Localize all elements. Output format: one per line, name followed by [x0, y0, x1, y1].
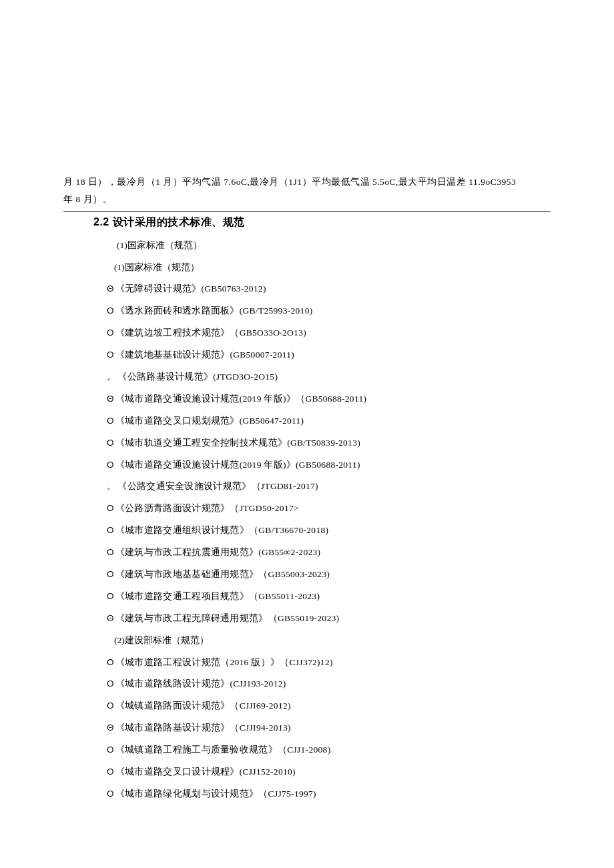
section-title: 2.2 设计采用的技术标准、规范 [93, 215, 551, 230]
list-item-text: 《城市道路交通设施设计规范(2019 年版)》（GB50688-2011) [115, 394, 366, 404]
list-item-text: 《公路沥青路面设计规范》（JTGD50-2017> [115, 503, 299, 513]
bullet-icon: O [107, 415, 114, 428]
list-item-text: 《城市道路路基设计规范》（CJJI94-2013) [115, 723, 291, 733]
bullet-icon: O [107, 678, 114, 691]
list-item: O《公路沥青路面设计规范》（JTGD50-2017> [107, 502, 551, 515]
bullet-icon: O [107, 459, 114, 472]
list-item-text: 《城镇道路路面设计规范》（CJJI69-2012) [115, 701, 291, 711]
bullet-icon: O [107, 568, 114, 581]
list-item-text: 《城市道路线路设计规范》(CJJ193-2012) [115, 679, 286, 689]
list-item-text: 《建筑地基基础设计规范》(GB50007-2011) [115, 350, 294, 360]
list-item-text: 《城市道路交通设施设计规范(2019 年版)》(GB50688-2011) [115, 460, 360, 470]
bullet-icon: O [107, 700, 114, 713]
bullet-icon: O [107, 305, 114, 318]
bullet-icon: Θ [107, 722, 114, 735]
list-item: O《城市道路工程设计规范（2016 版）》（CJJ372)12) [107, 657, 551, 669]
subsection-1a: (1)国家标准（规范） [117, 240, 551, 252]
intro-line-1: 月 18 日），最冷月（1 月）平均气温 7.6oC,最冷月（1J1）平均最低气… [63, 177, 516, 187]
bullet-icon: O [107, 524, 114, 537]
list-item-text: 《建筑与市政工程无障碍通用规范》（GB55019-2023) [115, 613, 340, 623]
bullet-icon: Θ [107, 393, 114, 406]
intro-line-2: 年 8 月）。 [63, 194, 112, 204]
bullet-icon: O [107, 546, 114, 559]
list-item-text: 《建筑与市政工程抗震通用规范》(GB55∞2-2023) [115, 547, 321, 557]
list-item: O《城镇道路路面设计规范》（CJJI69-2012) [107, 700, 551, 713]
list-item: O《城市轨道交通工程安全控制技术规范》(GB/T50839-2013) [107, 437, 551, 450]
list-item-text: 《城市道路工程设计规范（2016 版）》（CJJ372)12) [115, 657, 333, 667]
bullet-icon: O [107, 657, 114, 669]
bullet-icon: O [107, 327, 114, 340]
intro-paragraph: 月 18 日），最冷月（1 月）平均气温 7.6oC,最冷月（1J1）平均最低气… [63, 173, 551, 207]
standards-list-2: O《城市道路工程设计规范（2016 版）》（CJJ372)12)O《城市道路线路… [63, 657, 551, 801]
bullet-icon: 。 [107, 371, 116, 384]
list-item-text: 《城市道路交通组织设计规范》（GB/T36670-2018) [115, 525, 329, 535]
list-item-text: 《公路路基设计规范》(JTGD3O-2O15) [117, 372, 278, 382]
list-item: O《城市道路交通设施设计规范(2019 年版)》(GB50688-2011) [107, 459, 551, 472]
list-item: O《建筑与市政工程抗震通用规范》(GB55∞2-2023) [107, 546, 551, 559]
bullet-icon: O [107, 502, 114, 515]
list-item: O《城镇道路工程施工与质量验收规范》（CJJ1-2008) [107, 744, 551, 757]
list-item: O《城市道路交通工程项目规范》（GB55011-2023) [107, 590, 551, 603]
list-item: O《建筑与市政地基基础通用规范》（GB55003-2023) [107, 568, 551, 581]
list-item: Θ《建筑与市政工程无障碍通用规范》（GB55019-2023) [107, 612, 551, 625]
bullet-icon: O [107, 788, 114, 801]
bullet-icon: 。 [107, 480, 116, 493]
bullet-icon: Θ [107, 283, 114, 296]
list-item: O《城市道路绿化规划与设计规范》（CJJ75-1997) [107, 788, 551, 801]
list-item-text: 《城市道路交通工程项目规范》（GB55011-2023) [115, 591, 320, 601]
list-item: 。《公路路基设计规范》(JTGD3O-2O15) [107, 371, 551, 384]
list-item: O《建筑边坡工程技术规范》（GB5O33O·2O13) [107, 327, 551, 340]
horizontal-rule [63, 211, 551, 212]
list-item: Θ《无障碍设计规范》(GB50763-2012) [107, 283, 551, 296]
subsection-2: (2)建设部标准（规范） [114, 634, 551, 647]
list-item: 。《公路交通安全设施设计规范》（JTGD81-2017) [107, 480, 551, 493]
bullet-icon: O [107, 349, 114, 362]
list-item: Θ《城市道路交通设施设计规范(2019 年版)》（GB50688-2011) [107, 393, 551, 406]
bullet-icon: Θ [107, 612, 114, 625]
list-item: O《城市道路交通组织设计规范》（GB/T36670-2018) [107, 524, 551, 537]
list-item-text: 《无障碍设计规范》(GB50763-2012) [115, 284, 266, 294]
bullet-icon: O [107, 766, 114, 779]
list-item-text: 《公路交通安全设施设计规范》（JTGD81-2017) [117, 481, 318, 491]
list-item-text: 《透水路面砖和透水路面板》(GB/T25993-2010) [115, 306, 313, 316]
list-item-text: 《城市道路交叉口设计规程》(CJJ152-2010) [115, 767, 296, 777]
list-item: O《透水路面砖和透水路面板》(GB/T25993-2010) [107, 305, 551, 318]
list-item-text: 《建筑边坡工程技术规范》（GB5O33O·2O13) [115, 328, 306, 338]
list-item: O《城市道路交叉口规划规范》(GB50647-2011) [107, 415, 551, 428]
list-item-text: 《城市轨道交通工程安全控制技术规范》(GB/T50839-2013) [115, 438, 360, 448]
list-item-text: 《城市道路交叉口规划规范》(GB50647-2011) [115, 416, 304, 426]
bullet-icon: O [107, 744, 114, 757]
bullet-icon: O [107, 590, 114, 603]
list-item-text: 《城市道路绿化规划与设计规范》（CJJ75-1997) [115, 789, 316, 799]
subsection-1b: (1)国家标准（规范） [114, 262, 551, 274]
list-item-text: 《城镇道路工程施工与质量验收规范》（CJJ1-2008) [115, 745, 331, 755]
document-page: 月 18 日），最冷月（1 月）平均气温 7.6oC,最冷月（1J1）平均最低气… [0, 0, 614, 801]
list-item: O《城市道路线路设计规范》(CJJ193-2012) [107, 678, 551, 691]
bullet-icon: O [107, 437, 114, 450]
list-item-text: 《建筑与市政地基基础通用规范》（GB55003-2023) [115, 569, 330, 579]
list-item: Θ《城市道路路基设计规范》（CJJI94-2013) [107, 722, 551, 735]
list-item: O《城市道路交叉口设计规程》(CJJ152-2010) [107, 766, 551, 779]
list-item: O《建筑地基基础设计规范》(GB50007-2011) [107, 349, 551, 362]
standards-list-1: Θ《无障碍设计规范》(GB50763-2012)O《透水路面砖和透水路面板》(G… [63, 283, 551, 624]
